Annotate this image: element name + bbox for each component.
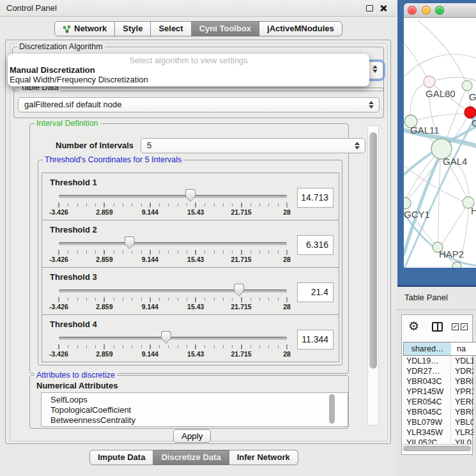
number-of-intervals-combo[interactable]: 5 [141, 138, 365, 153]
gear-icon[interactable]: ⚙ [408, 319, 419, 334]
close-light-icon[interactable] [408, 6, 417, 15]
cyni-toolbox-panel: Discretization Algorithm Table Data galF… [5, 40, 391, 444]
cell-name[interactable]: YIL0 [451, 438, 473, 444]
slider-track[interactable] [59, 242, 287, 245]
cell-shared-name[interactable]: YDR27… [403, 366, 451, 376]
slider-handle[interactable] [125, 236, 135, 249]
cell-shared-name[interactable]: YBR043C [403, 376, 451, 387]
combo-spinner-icon [369, 100, 374, 109]
float-icon[interactable] [366, 5, 373, 12]
cell-name[interactable]: YLR3 [451, 427, 473, 438]
attribute-item[interactable]: SelfLoops [50, 395, 348, 405]
tab-network-label: Network [74, 22, 107, 36]
table-data-combo[interactable]: galFiltered.sif default node [18, 97, 380, 112]
slider-track[interactable] [59, 195, 287, 198]
table-row[interactable]: YBL079WYBL0 [403, 417, 473, 427]
tab-network[interactable]: Network [54, 21, 115, 36]
table-row[interactable]: YBR043CYBR0 [403, 376, 473, 387]
table-row[interactable]: YER054CYER0 [403, 397, 473, 407]
tick-mark [104, 250, 105, 255]
checkbox-icon[interactable]: ✓ [461, 323, 468, 330]
slider-ruler: -3.4262.8599.14415.4321.71528 [59, 297, 287, 312]
cell-name[interactable]: YDR2 [451, 366, 473, 376]
table-row[interactable]: YDL19…YDL1 [403, 356, 473, 366]
tick-mark [196, 344, 196, 349]
tab-cyni-toolbox[interactable]: Cyni Toolbox [192, 21, 259, 36]
threshold-value-box[interactable]: 14.713 [297, 188, 334, 208]
cell-name[interactable]: YBR0 [451, 407, 473, 417]
combo-spinner-icon [372, 65, 378, 73]
checkbox-icon[interactable]: ✓ [452, 323, 459, 330]
tick-label: 21.715 [231, 256, 252, 263]
attribute-item[interactable]: TopologicalCoefficient [50, 405, 348, 415]
table-row[interactable]: YPR145WYPR1 [403, 387, 473, 397]
cell-name[interactable]: YBR0 [451, 376, 473, 387]
tab-infer-network[interactable]: Infer Network [229, 450, 298, 465]
tab-impute-data[interactable]: Impute Data [89, 450, 153, 465]
network-window-titlebar [404, 3, 476, 18]
tick-label: 15.43 [187, 350, 204, 358]
tick-mark [287, 203, 288, 208]
network-canvas-svg[interactable]: GAL80GACGAL11GAL4GCY1HHAP2 [404, 18, 476, 268]
slider-handle[interactable] [234, 284, 244, 296]
attributes-list-scrollbar[interactable] [329, 394, 335, 424]
cell-name[interactable]: YER0 [451, 397, 473, 407]
apply-button[interactable]: Apply [173, 429, 211, 443]
table-row[interactable]: YBR045CYBR0 [403, 407, 473, 417]
tab-select[interactable]: Select [151, 21, 191, 36]
cell-shared-name[interactable]: YBL079W [403, 417, 451, 427]
columns-icon[interactable] [432, 322, 443, 332]
tab-style[interactable]: Style [115, 21, 151, 36]
numerical-attributes-list[interactable]: SelfLoopsTopologicalCoefficientBetweenne… [41, 392, 348, 427]
cell-shared-name[interactable]: YBR045C [403, 407, 451, 417]
close-icon[interactable] [380, 4, 387, 12]
slider-handle[interactable] [185, 189, 196, 202]
cell-shared-name[interactable]: YDL19… [403, 356, 451, 366]
panel-vertical-scrollbar[interactable] [367, 125, 379, 426]
cell-name[interactable]: YDL1 [451, 356, 473, 366]
popup-option-manual-discretization[interactable]: Manual Discretization [8, 65, 369, 75]
threshold-slider[interactable]: -3.4262.8599.14415.4321.71528 [59, 234, 287, 265]
table-header-row: shared… na [403, 342, 473, 356]
tick-mark [150, 344, 150, 349]
cell-shared-name[interactable]: YPR145W [403, 387, 451, 397]
tab-jactivemnodules[interactable]: jActiveMNodules [259, 21, 342, 36]
cell-name[interactable]: YPR1 [451, 387, 473, 397]
zoom-light-icon[interactable] [435, 6, 444, 15]
cell-shared-name[interactable]: YER054C [403, 397, 451, 407]
table-horizontal-scrollbar[interactable] [402, 444, 472, 451]
slider-track[interactable] [59, 289, 287, 293]
threshold-panel: Threshold 1 -3.4262.8599.14415.4321.7152… [42, 173, 339, 220]
table-row[interactable]: YDR27…YDR2 [403, 366, 473, 376]
tab-discretize-data[interactable]: Discretize Data [153, 450, 229, 465]
tick-label: -3.426 [49, 256, 68, 263]
network-canvas[interactable]: GAL80GACGAL11GAL4GCY1HHAP2 [404, 18, 476, 268]
table-row[interactable]: YLR345WYLR3 [403, 427, 473, 438]
threshold-value-box[interactable]: 11.344 [297, 330, 334, 349]
tick-label: 15.43 [187, 303, 204, 311]
tick-mark [104, 344, 105, 349]
column-header-shared-name[interactable]: shared… [403, 342, 452, 356]
cell-shared-name[interactable]: YIL052C [403, 438, 451, 444]
threshold-panel: Threshold 3 -3.4262.8599.14415.4321.7152… [42, 267, 339, 315]
threshold-slider[interactable]: -3.4262.8599.14415.4321.71528 [59, 282, 287, 312]
slider-track[interactable] [59, 337, 287, 340]
threshold-value-box[interactable]: 21.4 [297, 282, 334, 302]
tick-mark [196, 203, 196, 208]
attribute-item[interactable]: BetweennessCentrality [50, 415, 348, 426]
scrollbar-thumb[interactable] [369, 132, 377, 369]
table-row[interactable]: YIL052CYIL0 [403, 438, 473, 444]
column-header-name[interactable]: na [451, 342, 476, 356]
threshold-slider[interactable]: -3.4262.8599.14415.4321.71528 [59, 329, 287, 360]
scrollbar-thumb[interactable] [403, 446, 471, 451]
tick-mark [59, 250, 59, 255]
tick-label: -3.426 [49, 303, 68, 311]
popup-option-equal-width-frequency[interactable]: Equal Width/Frequency Discretization [8, 75, 369, 84]
threshold-value-box[interactable]: 6.316 [297, 235, 334, 255]
cell-name[interactable]: YBL0 [451, 417, 473, 427]
numerical-attributes-label: Numerical Attributes [36, 381, 118, 390]
slider-handle[interactable] [161, 331, 171, 344]
threshold-slider[interactable]: -3.4262.8599.14415.4321.71528 [59, 187, 287, 218]
cell-shared-name[interactable]: YLR345W [403, 427, 451, 438]
minimize-light-icon[interactable] [422, 6, 431, 15]
